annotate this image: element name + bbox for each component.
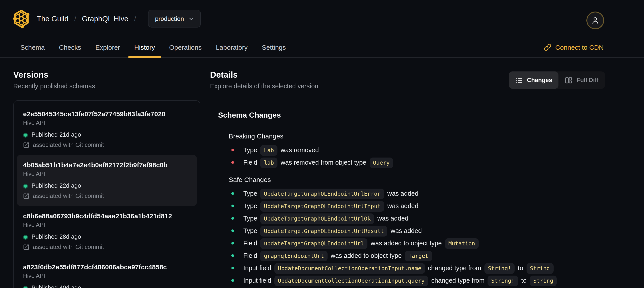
code-chip: UpdateDocumentCollectionOperationInput.n…	[274, 263, 425, 273]
change-text: Field graphqlEndpointUrl was added to ob…	[243, 252, 433, 259]
code-chip: graphqlEndpointUrl	[260, 250, 328, 261]
target-selector-value: production	[155, 15, 184, 22]
version-service: Hive API	[23, 170, 190, 178]
code-chip: String!	[484, 263, 514, 273]
version-list-item[interactable]: 4b05ab51b1b4a7e2e4b0ef82172f2b9f7ef98c0b…	[17, 155, 197, 206]
version-status-text: Published 21d ago	[32, 131, 81, 139]
version-status: Published 40d ago	[23, 284, 190, 288]
version-hash: e2e55045345ce13fe07f52a77459b83fa3fe7020	[23, 110, 190, 119]
version-service: Hive API	[23, 272, 190, 280]
breadcrumb-project[interactable]: GraphQL Hive	[82, 15, 128, 23]
version-status: Published 21d ago	[23, 131, 190, 139]
nav-tab-operations[interactable]: Operations	[163, 37, 208, 57]
chevron-down-icon	[188, 15, 194, 22]
nav-tab-explorer[interactable]: Explorer	[89, 37, 126, 57]
code-chip: UpdateDocumentCollectionOperationInput.q…	[274, 275, 428, 286]
app-root: The Guild / GraphQL Hive / production Sc…	[0, 0, 644, 288]
version-service: Hive API	[23, 119, 190, 127]
connect-to-cdn-button[interactable]: Connect to CDN	[544, 37, 604, 57]
target-selector-dropdown[interactable]: production	[148, 10, 201, 28]
connect-to-cdn-label: Connect to CDN	[555, 44, 604, 51]
code-chip: String	[526, 263, 553, 273]
version-hash: a823f6db2a55df877dcf406006abca97fcc4858c	[23, 263, 190, 271]
nav-tab-history[interactable]: History	[128, 37, 161, 57]
user-avatar-button[interactable]	[586, 12, 604, 29]
git-commit-label: associated with Git commit	[33, 243, 104, 251]
change-text: Type UpdateTargetGraphQLEndpointUrlOk wa…	[243, 215, 408, 222]
code-chip: updateTargetGraphQLEndpointUrl	[260, 238, 368, 249]
change-item: Input field UpdateDocumentCollectionOper…	[229, 274, 644, 287]
change-section: Safe Changes Type UpdateTargetGraphQLEnd…	[229, 175, 644, 287]
change-text: Type UpdateTargetGraphQLEndpointUrlResul…	[243, 227, 422, 234]
code-chip: UpdateTargetGraphQLEndpointUrlInput	[260, 201, 384, 211]
change-item: Field lab was removed from object type Q…	[229, 156, 644, 169]
change-item: Field graphqlEndpointUrl was added to ob…	[229, 249, 644, 262]
change-list: Type Lab was removed Field lab was remov…	[229, 144, 644, 169]
code-chip: Mutation	[445, 238, 478, 249]
published-dot-icon	[23, 183, 28, 188]
list-icon	[515, 76, 523, 84]
nav-tab-schema[interactable]: Schema	[14, 37, 51, 57]
version-list-item[interactable]: c8b6e88a06793b9c4dfd54aaa21b36a1b421d812…	[17, 206, 197, 257]
version-hash: 4b05ab51b1b4a7e2e4b0ef82172f2b9f7ef98c0b	[23, 161, 190, 169]
change-section: Breaking Changes Type Lab was removed Fi…	[229, 131, 644, 169]
change-section-title: Breaking Changes	[229, 131, 644, 141]
main-nav: SchemaChecksExplorerHistoryOperationsLab…	[0, 37, 644, 58]
version-status: Published 28d ago	[23, 233, 190, 241]
version-status-text: Published 28d ago	[32, 233, 81, 241]
breadcrumb: The Guild / GraphQL Hive / production	[0, 0, 644, 37]
versions-subtitle: Recently published schemas.	[13, 82, 200, 91]
split-panels-icon	[565, 76, 573, 84]
view-toggle-changes[interactable]: Changes	[508, 72, 558, 89]
change-text: Field updateTargetGraphQLEndpointUrl was…	[243, 240, 480, 247]
git-commit-label: associated with Git commit	[33, 192, 104, 200]
change-list: Type UpdateTargetGraphQLEndpointUrlError…	[229, 187, 644, 287]
breadcrumb-org[interactable]: The Guild	[37, 15, 68, 23]
change-text: Type Lab was removed	[243, 146, 319, 154]
version-status-text: Published 22d ago	[32, 182, 81, 190]
view-mode-toggle: Changes Full Diff	[508, 72, 605, 89]
link-icon	[544, 44, 551, 51]
main-content: Versions Recently published schemas. e2e…	[0, 58, 644, 288]
view-toggle-full-diff[interactable]: Full Diff	[558, 72, 605, 89]
code-chip: String	[530, 275, 557, 286]
nav-tab-checks[interactable]: Checks	[53, 37, 87, 57]
code-chip: Target	[405, 250, 432, 261]
published-dot-icon	[23, 285, 28, 288]
details-panel: Details Explore details of the selected …	[210, 58, 644, 287]
change-item: Field updateTargetGraphQLEndpointUrl was…	[229, 237, 644, 249]
version-status: Published 22d ago	[23, 182, 190, 190]
schema-changes-title: Schema Changes	[218, 110, 644, 121]
change-text: Input field UpdateDocumentCollectionOper…	[243, 277, 558, 284]
nav-tab-laboratory[interactable]: Laboratory	[210, 37, 254, 57]
breadcrumb-separator: /	[134, 15, 136, 23]
version-list-item[interactable]: e2e55045345ce13fe07f52a77459b83fa3fe7020…	[17, 104, 197, 155]
version-list-item[interactable]: a823f6db2a55df877dcf406006abca97fcc4858c…	[17, 257, 197, 288]
versions-title: Versions	[13, 69, 200, 81]
external-link-icon	[23, 193, 29, 199]
change-text: Type UpdateTargetGraphQLEndpointUrlError…	[243, 190, 418, 197]
git-commit-link[interactable]: associated with Git commit	[23, 192, 190, 200]
version-status-text: Published 40d ago	[32, 284, 81, 288]
code-chip: lab	[260, 157, 278, 168]
nav-tabs: SchemaChecksExplorerHistoryOperationsLab…	[14, 37, 292, 57]
versions-panel: Versions Recently published schemas. e2e…	[13, 58, 200, 288]
change-item: Type UpdateTargetGraphQLEndpointUrlError…	[229, 187, 644, 200]
code-chip: String!	[488, 275, 518, 286]
published-dot-icon	[23, 132, 28, 137]
user-icon	[591, 16, 600, 25]
top-header: The Guild / GraphQL Hive / production Sc…	[0, 0, 644, 58]
code-chip: UpdateTargetGraphQLEndpointUrlOk	[260, 213, 374, 224]
nav-tab-settings[interactable]: Settings	[256, 37, 292, 57]
git-commit-link[interactable]: associated with Git commit	[23, 243, 190, 251]
code-chip: Query	[370, 157, 393, 168]
change-text: Field lab was removed from object type Q…	[243, 159, 394, 166]
git-commit-link[interactable]: associated with Git commit	[23, 141, 190, 149]
schema-changes-sections: Breaking Changes Type Lab was removed Fi…	[218, 131, 644, 287]
breadcrumb-separator: /	[74, 15, 76, 23]
change-text: Input field UpdateDocumentCollectionOper…	[243, 264, 555, 271]
code-chip: Lab	[260, 145, 278, 156]
code-chip: UpdateTargetGraphQLEndpointUrlError	[260, 188, 384, 199]
change-item: Input field UpdateDocumentCollectionOper…	[229, 262, 644, 274]
version-service: Hive API	[23, 221, 190, 229]
